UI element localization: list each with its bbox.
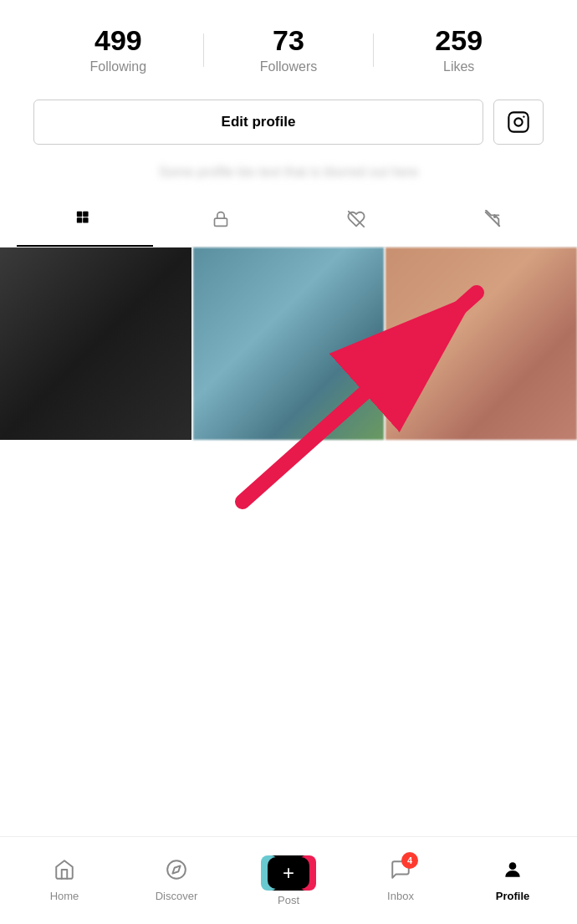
grid-icon: [75, 210, 94, 233]
nav-discover[interactable]: Discover: [120, 859, 232, 902]
lock-icon: [212, 210, 229, 233]
svg-point-12: [167, 860, 186, 879]
nav-post[interactable]: + Post: [232, 855, 345, 906]
svg-rect-4: [83, 212, 88, 217]
svg-rect-6: [83, 218, 88, 223]
instagram-icon: [507, 110, 530, 134]
discover-icon: [166, 859, 187, 886]
profile-label: Profile: [496, 890, 529, 902]
following-count: 499: [94, 25, 142, 56]
heart-slash-icon: [347, 210, 365, 233]
inbox-wrapper: 4: [390, 859, 411, 886]
nav-home[interactable]: Home: [8, 859, 120, 902]
svg-point-14: [509, 862, 517, 870]
followers-label: Followers: [260, 59, 317, 74]
tab-liked[interactable]: [288, 197, 425, 247]
nav-inbox[interactable]: 4 Inbox: [345, 859, 457, 902]
likes-label: Likes: [443, 59, 474, 74]
grid-item-3[interactable]: [386, 248, 577, 440]
svg-rect-5: [77, 218, 82, 223]
profile-icon: [502, 859, 523, 886]
nav-profile[interactable]: Profile: [457, 859, 569, 902]
likes-count: 259: [435, 25, 483, 56]
discover-label: Discover: [156, 890, 198, 902]
following-stat[interactable]: 499 Following: [33, 25, 203, 74]
edit-profile-button[interactable]: Edit profile: [33, 100, 483, 145]
svg-point-2: [523, 116, 524, 118]
likes-stat[interactable]: 259 Likes: [374, 25, 544, 74]
tag-slash-icon: [483, 210, 502, 233]
svg-rect-0: [508, 113, 528, 132]
post-label: Post: [278, 894, 299, 906]
tab-private[interactable]: [153, 197, 289, 247]
profile-buttons: Edit profile: [0, 91, 577, 161]
svg-rect-7: [214, 219, 227, 227]
home-label: Home: [50, 890, 79, 902]
grid-item-1[interactable]: [0, 248, 191, 440]
svg-marker-13: [172, 865, 180, 873]
followers-count: 73: [273, 25, 304, 56]
tab-posts[interactable]: [17, 197, 153, 247]
content-tabs: [0, 197, 577, 248]
stats-row: 499 Following 73 Followers 259 Likes: [0, 0, 577, 91]
bio-text: Some profile bio text that is blurred ou…: [0, 161, 577, 197]
instagram-link-button[interactable]: [493, 100, 544, 145]
bottom-navigation: Home Discover + Post 4 Inbox: [0, 836, 577, 924]
home-icon: [54, 859, 75, 886]
video-grid: [0, 248, 577, 440]
grid-item-2[interactable]: [193, 248, 385, 440]
svg-point-9: [494, 217, 496, 218]
inbox-label: Inbox: [387, 890, 414, 902]
inbox-badge: 4: [401, 852, 418, 869]
svg-point-1: [514, 119, 522, 126]
post-plus-icon: +: [283, 863, 294, 883]
tab-tagged[interactable]: [425, 197, 561, 247]
followers-stat[interactable]: 73 Followers: [204, 25, 374, 74]
following-label: Following: [90, 59, 147, 74]
post-button[interactable]: +: [264, 855, 313, 891]
svg-rect-3: [77, 212, 82, 217]
